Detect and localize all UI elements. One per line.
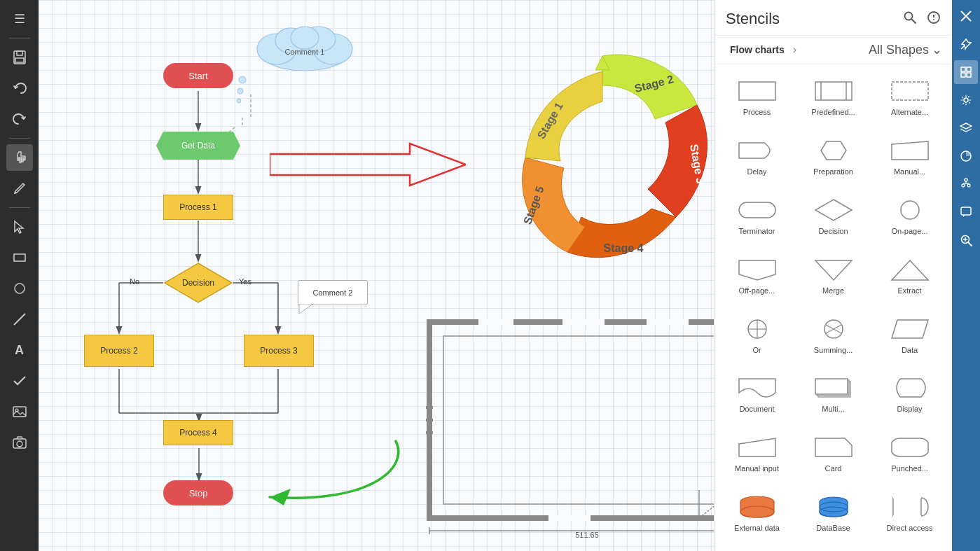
shape-display[interactable]: Display bbox=[873, 368, 946, 425]
shape-process[interactable]: Process bbox=[720, 71, 794, 128]
chevron-down-icon: ⌄ bbox=[932, 42, 942, 57]
shape-manualinput[interactable]: Manual input bbox=[720, 428, 794, 484]
floorplan[interactable]: 511.65 319.22 bbox=[422, 315, 714, 539]
stencils-panel: Stencils Flow charts › All Shapes ⌄ Proc… bbox=[714, 0, 952, 551]
shape-manual[interactable]: Manual... bbox=[873, 131, 946, 188]
red-arrow bbox=[270, 140, 466, 189]
select-button[interactable] bbox=[6, 214, 33, 240]
get-data-shape[interactable]: Get Data bbox=[156, 132, 240, 160]
process2-shape[interactable]: Process 2 bbox=[84, 335, 154, 367]
svg-point-35 bbox=[237, 88, 243, 94]
comment2-tail bbox=[296, 304, 317, 314]
shape-manualinput-label: Manual input bbox=[735, 464, 779, 473]
svg-text:Comment 1: Comment 1 bbox=[285, 48, 325, 56]
svg-rect-106 bbox=[967, 67, 971, 71]
circle-button[interactable] bbox=[6, 275, 33, 302]
shape-alternate[interactable]: Alternate... bbox=[873, 71, 946, 128]
shape-offpage[interactable]: Off-page... bbox=[720, 250, 794, 307]
svg-marker-89 bbox=[892, 320, 928, 338]
save-button[interactable] bbox=[6, 44, 33, 71]
start-shape[interactable]: Start bbox=[163, 63, 233, 88]
shape-preparation-label: Preparation bbox=[813, 167, 853, 176]
undo-button[interactable] bbox=[6, 75, 33, 102]
camera-button[interactable] bbox=[6, 429, 33, 456]
svg-point-36 bbox=[237, 99, 241, 103]
shapes-button[interactable] bbox=[954, 60, 978, 84]
settings-button[interactable] bbox=[954, 88, 978, 112]
svg-rect-48 bbox=[429, 322, 714, 518]
far-right-toolbar bbox=[952, 0, 980, 551]
shape-onpage[interactable]: On-page... bbox=[873, 190, 946, 247]
shape-onpage-label: On-page... bbox=[892, 227, 928, 235]
zoom-button[interactable] bbox=[954, 228, 978, 252]
redo-button[interactable] bbox=[6, 106, 33, 132]
line-button[interactable] bbox=[6, 306, 33, 333]
shape-database[interactable]: DataBase bbox=[796, 487, 870, 544]
svg-line-6 bbox=[14, 314, 25, 325]
shape-extract[interactable]: Extract bbox=[873, 250, 946, 307]
comment2-shape[interactable]: Comment 2 bbox=[298, 280, 368, 305]
left-toolbar: ☰ A bbox=[0, 0, 39, 551]
comment-button[interactable] bbox=[954, 200, 978, 224]
shape-predefined[interactable]: Predefined... bbox=[796, 71, 870, 128]
stop-shape[interactable]: Stop bbox=[163, 480, 233, 505]
touch-button[interactable] bbox=[6, 144, 33, 171]
search-icon[interactable] bbox=[903, 11, 917, 28]
toolbar-separator-2 bbox=[9, 138, 30, 139]
process4-shape[interactable]: Process 4 bbox=[163, 420, 233, 445]
shape-summing[interactable]: Summing... bbox=[796, 309, 870, 366]
no-label: No bbox=[130, 277, 139, 286]
shape-multi[interactable]: Multi... bbox=[796, 368, 870, 425]
svg-rect-92 bbox=[815, 379, 848, 394]
rect-button[interactable] bbox=[6, 244, 33, 271]
svg-marker-40 bbox=[270, 144, 466, 186]
shape-directaccess[interactable]: Direct access bbox=[873, 487, 946, 544]
process3-shape[interactable]: Process 3 bbox=[244, 335, 314, 367]
svg-line-3 bbox=[15, 193, 17, 193]
shape-database-label: DataBase bbox=[816, 524, 850, 532]
shape-document-label: Document bbox=[739, 405, 774, 413]
shape-decision[interactable]: Decision bbox=[796, 190, 870, 247]
cycle-diagram[interactable]: Stage 2 Stage 3 Stage 4 Stage 5 Stage 1 bbox=[487, 35, 714, 294]
layers-button[interactable] bbox=[954, 116, 978, 140]
pin-button[interactable] bbox=[954, 32, 978, 56]
shape-data[interactable]: Data bbox=[873, 309, 946, 366]
shape-preparation[interactable]: Preparation bbox=[796, 131, 870, 188]
decision-shape[interactable]: Decision bbox=[163, 262, 233, 304]
shape-card-label: Card bbox=[825, 464, 842, 473]
svg-rect-4 bbox=[14, 254, 25, 261]
svg-text:Decision: Decision bbox=[182, 278, 214, 288]
panel-header: Stencils bbox=[715, 0, 952, 36]
svg-rect-49 bbox=[443, 336, 714, 504]
pen-button[interactable] bbox=[6, 175, 33, 202]
shape-terminator[interactable]: Terminator bbox=[720, 190, 794, 247]
menu-button[interactable]: ☰ bbox=[6, 6, 33, 32]
svg-line-122 bbox=[968, 242, 972, 246]
process1-shape[interactable]: Process 1 bbox=[163, 195, 233, 220]
edit-icon[interactable] bbox=[927, 11, 941, 28]
canvas-area[interactable]: Start Comment 1 Get Data Process 1 Decis… bbox=[39, 0, 714, 551]
shape-merge[interactable]: Merge bbox=[796, 250, 870, 307]
shape-document[interactable]: Document bbox=[720, 368, 794, 425]
svg-marker-80 bbox=[739, 260, 775, 280]
text-button[interactable]: A bbox=[6, 337, 33, 363]
comment1-shape[interactable]: Comment 1 bbox=[249, 20, 361, 76]
svg-point-115 bbox=[962, 184, 965, 187]
shape-predefined-label: Predefined... bbox=[811, 108, 855, 116]
palette-button[interactable] bbox=[954, 144, 978, 168]
shape-card[interactable]: Card bbox=[796, 428, 870, 484]
tree-button[interactable] bbox=[954, 172, 978, 196]
image-button[interactable] bbox=[6, 398, 33, 425]
shape-delay[interactable]: Delay bbox=[720, 131, 794, 188]
shape-externaldata[interactable]: External data bbox=[720, 487, 794, 544]
close-button[interactable] bbox=[954, 4, 978, 28]
flowcharts-nav[interactable]: Flow charts bbox=[724, 41, 790, 58]
all-shapes-nav[interactable]: All Shapes ⌄ bbox=[869, 42, 942, 57]
check-button[interactable] bbox=[6, 368, 33, 394]
svg-marker-76 bbox=[821, 141, 846, 160]
shape-or[interactable]: Or bbox=[720, 309, 794, 366]
svg-point-116 bbox=[967, 184, 970, 187]
svg-rect-75 bbox=[892, 82, 928, 100]
shape-punched[interactable]: Punched... bbox=[873, 428, 946, 484]
svg-marker-81 bbox=[815, 260, 852, 280]
